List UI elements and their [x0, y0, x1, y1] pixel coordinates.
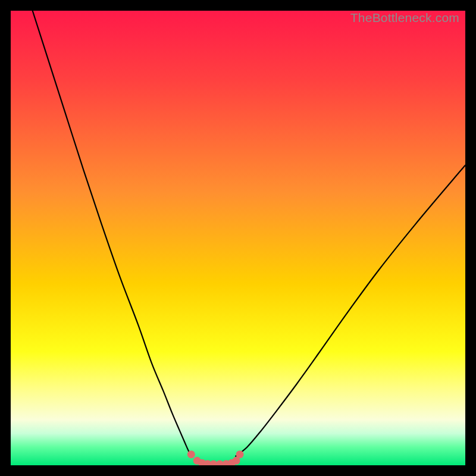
chart-frame: TheBottleneck.com [11, 11, 465, 465]
bottom-dots-point [236, 450, 244, 458]
bottleneck-chart [11, 11, 465, 465]
bottom-dots-point [187, 450, 195, 458]
watermark-text: TheBottleneck.com [350, 11, 459, 25]
gradient-background [11, 11, 465, 465]
